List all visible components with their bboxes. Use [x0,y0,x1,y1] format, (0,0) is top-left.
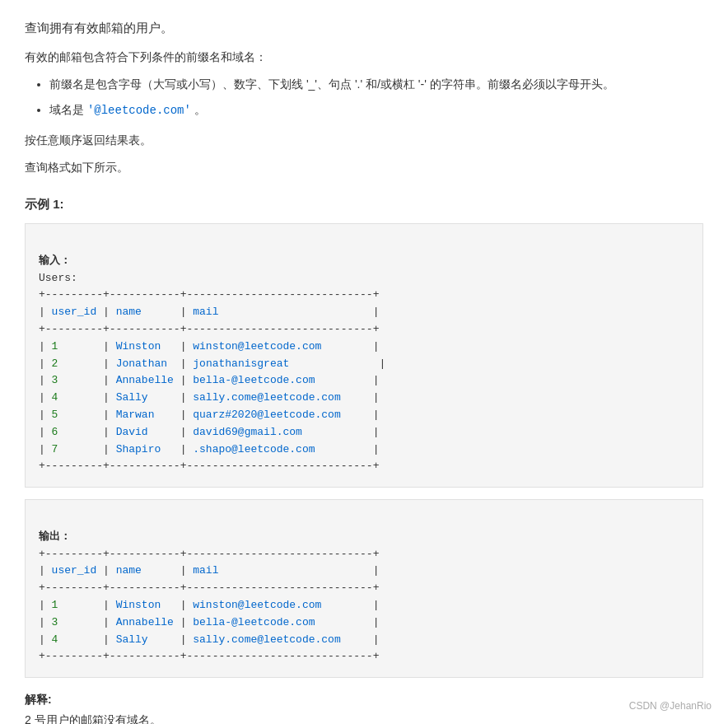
output-row-4: | 4 | Sally | sally.come@leetcode.com | [39,633,380,646]
bullet-item-2: 域名是 '@leetcode.com' 。 [49,100,703,121]
bullet-item-1: 前缀名是包含字母（大写或小写）、数字、下划线 '_'、句点 '.' 和/或横杠 … [49,74,703,95]
output-block: 输出： +---------+-----------+-------------… [25,499,703,678]
input-table-separator-top: +---------+-----------+-----------------… [39,288,379,301]
input-row-5: | 5 | Marwan | quarz#2020@leetcode.com | [39,409,380,421]
input-row-1: | 1 | Winston | winston@leetcode.com | [39,340,380,353]
output-table-separator-mid: +---------+-----------+-----------------… [39,582,379,594]
explanation-title: 解释: [25,693,52,706]
input-table-separator-bot: +---------+-----------+-----------------… [39,460,379,472]
output-table-separator-bot: +---------+-----------+-----------------… [39,650,379,662]
output-row-3: | 3 | Annabelle | bella-@leetcode.com | [39,616,380,628]
example-title: 示例 1: [25,193,703,215]
input-table-header: | user_id | name | mail | [39,306,380,318]
bullet-list: 前缀名是包含字母（大写或小写）、数字、下划线 '_'、句点 '.' 和/或横杠 … [25,74,703,121]
input-block: 输入： Users: +---------+-----------+------… [25,223,703,488]
para3: 查询格式如下所示。 [25,157,703,178]
para2: 按任意顺序返回结果表。 [25,130,703,151]
input-row-3: | 3 | Annabelle | bella-@leetcode.com | [39,374,380,386]
input-label: 输入： [39,255,71,267]
explanation-line-1: 2 号用户的邮箱没有域名。 [25,713,161,724]
output-label: 输出： [39,530,71,543]
output-table-separator-top: +---------+-----------+-----------------… [39,548,379,560]
watermark: CSDN @JehanRio [629,698,712,716]
output-table-header: | user_id | name | mail | [39,564,380,577]
output-row-1: | 1 | Winston | winston@leetcode.com | [39,599,380,611]
description: 有效的邮箱包含符合下列条件的前缀名和域名： [25,47,703,68]
explanation-block: 解释: 2 号用户的邮箱没有域名。 5 号用户的邮箱包含非法字符 #。 6 号用… [25,689,703,724]
page-title: 查询拥有有效邮箱的用户。 [25,16,703,39]
input-table-separator-mid: +---------+-----------+-----------------… [39,323,379,335]
input-row-7: | 7 | Shapiro | .shapo@leetcode.com | [39,443,380,455]
input-row-2: | 2 | Jonathan | jonathanisgreat | [39,357,385,370]
table-name: Users: [39,272,77,284]
input-row-6: | 6 | David | david69@gmail.com | [39,426,380,438]
input-row-4: | 4 | Sally | sally.come@leetcode.com | [39,391,380,404]
